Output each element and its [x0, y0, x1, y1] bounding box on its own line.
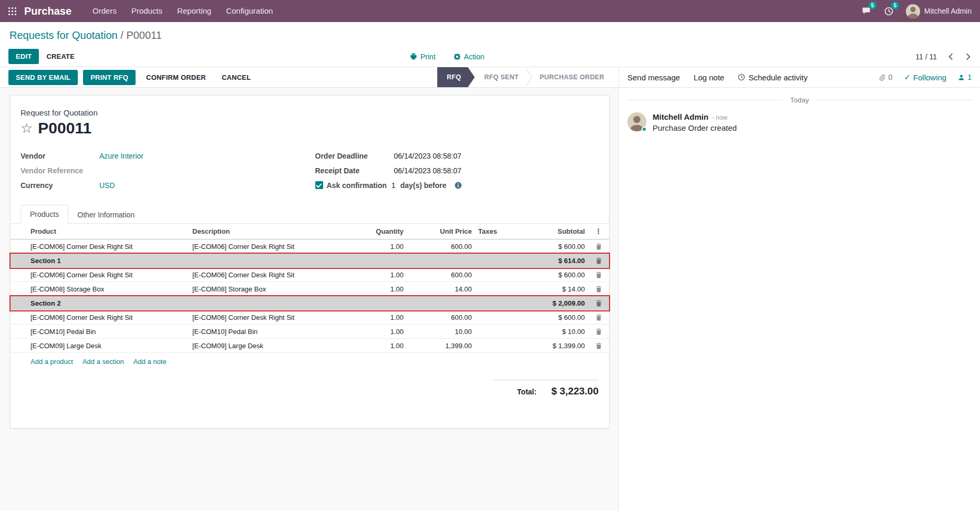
form-statusbar: SEND BY EMAIL PRINT RFQ CONFIRM ORDER CA… — [0, 67, 618, 88]
stage-rfq[interactable]: RFQ — [437, 67, 474, 87]
tab-products[interactable]: Products — [20, 205, 68, 224]
action-menu[interactable]: Action — [453, 53, 484, 61]
info-icon — [455, 182, 462, 189]
cell-description: [E-COM09] Large Desk — [189, 342, 359, 350]
tab-other-information[interactable]: Other Information — [68, 206, 143, 224]
table-row[interactable]: [E-COM06] Corner Desk Right Sit [E-COM06… — [11, 268, 609, 282]
edit-button[interactable]: EDIT — [8, 49, 39, 64]
pager-previous-icon[interactable] — [947, 52, 954, 61]
column-header-description[interactable]: Description — [189, 227, 359, 235]
breadcrumb-parent-link[interactable]: Requests for Quotation — [9, 29, 118, 41]
table-row[interactable]: [E-COM10] Pedal Bin [E-COM10] Pedal Bin … — [11, 325, 609, 339]
user-name: Mitchell Admin — [924, 7, 972, 15]
delete-row-icon[interactable] — [595, 300, 602, 307]
table-row[interactable]: [E-COM09] Large Desk [E-COM09] Large Des… — [11, 339, 609, 353]
cell-subtotal: $ 600.00 — [517, 243, 588, 251]
column-header-quantity[interactable]: Quantity — [359, 227, 407, 235]
top-navbar: Purchase Orders Products Reporting Confi… — [0, 0, 980, 22]
cell-product: [E-COM06] Corner Desk Right Sit — [11, 314, 189, 321]
messages-icon[interactable]: 5 — [861, 5, 872, 17]
schedule-activity-button[interactable]: Schedule activity — [738, 73, 808, 82]
order-lines-table: Product Description Quantity Unit Price … — [11, 224, 609, 370]
receipt-date-value: 06/14/2023 08:58:07 — [394, 166, 461, 175]
cell-subtotal: $ 1,399.00 — [517, 342, 588, 350]
app-name[interactable]: Purchase — [24, 5, 71, 17]
activities-badge: 5 — [891, 2, 899, 9]
ask-confirmation-suffix: day(s) before — [400, 181, 447, 190]
table-row[interactable]: [E-COM06] Corner Desk Right Sit [E-COM06… — [11, 239, 609, 254]
favorite-star-icon[interactable]: ☆ — [20, 121, 33, 135]
pager-next-icon[interactable] — [965, 52, 972, 61]
cell-quantity: 1.00 — [359, 243, 407, 251]
delete-row-icon[interactable] — [595, 257, 602, 264]
delete-row-icon[interactable] — [595, 342, 602, 349]
record-title: P00011 — [38, 119, 91, 137]
section-label: Section 2 — [11, 299, 517, 307]
column-header-unit-price[interactable]: Unit Price — [407, 227, 475, 235]
table-row[interactable]: [E-COM06] Corner Desk Right Sit [E-COM06… — [11, 310, 609, 325]
column-header-taxes[interactable]: Taxes — [475, 227, 517, 235]
confirm-order-button[interactable]: CONFIRM ORDER — [141, 70, 211, 85]
ask-confirmation-checkbox[interactable] — [315, 181, 323, 189]
table-row[interactable]: [E-COM08] Storage Box [E-COM08] Storage … — [11, 282, 609, 296]
follower-count: 1 — [967, 73, 972, 81]
activities-icon[interactable]: 5 — [883, 5, 894, 18]
cancel-button[interactable]: CANCEL — [216, 70, 256, 85]
stage-rfq-sent[interactable]: RFQ SENT — [477, 67, 526, 87]
user-menu[interactable]: Mitchell Admin — [906, 4, 972, 18]
stage-chevron-icon — [526, 67, 532, 87]
send-message-button[interactable]: Send message — [627, 73, 680, 82]
add-a-product-link[interactable]: Add a product — [30, 358, 73, 366]
pager-value[interactable]: 11 / 11 — [915, 53, 937, 61]
delete-row-icon[interactable] — [595, 272, 602, 278]
table-add-links: Add a product Add a section Add a note — [11, 353, 609, 370]
send-by-email-button[interactable]: SEND BY EMAIL — [8, 70, 78, 85]
currency-value-link[interactable]: USD — [99, 181, 115, 190]
chatter-panel: Send message Log note Schedule activity … — [618, 67, 980, 511]
cell-quantity: 1.00 — [359, 271, 407, 279]
stage-purchase-order[interactable]: PURCHASE ORDER — [532, 67, 612, 87]
nav-menu-reporting[interactable]: Reporting — [170, 0, 219, 22]
attachment-count: 0 — [888, 73, 892, 81]
apps-menu-icon[interactable] — [0, 0, 24, 22]
nav-menu-products[interactable]: Products — [124, 0, 170, 22]
cell-unit-price: 600.00 — [407, 243, 475, 251]
control-panel: EDIT CREATE Print Action 11 / 11 — [0, 46, 980, 67]
currency-label: Currency — [20, 181, 99, 190]
optional-columns-icon[interactable]: ⋮ — [588, 227, 609, 235]
create-button[interactable]: CREATE — [39, 49, 82, 64]
cell-quantity: 1.00 — [359, 328, 407, 336]
add-a-note-link[interactable]: Add a note — [133, 358, 167, 366]
table-section-row[interactable]: Section 1 $ 614.00 — [11, 254, 609, 268]
cell-description: [E-COM06] Corner Desk Right Sit — [189, 271, 359, 279]
table-section-row[interactable]: Section 2 $ 2,009.00 — [11, 296, 609, 310]
cell-quantity: 1.00 — [359, 285, 407, 293]
column-header-subtotal[interactable]: Subtotal — [517, 227, 588, 235]
delete-row-icon[interactable] — [595, 314, 602, 321]
order-deadline-label: Order Deadline — [315, 152, 394, 160]
add-a-section-link[interactable]: Add a section — [82, 358, 124, 366]
ask-confirmation-label: Ask confirmation — [327, 181, 387, 190]
followers-button[interactable]: 1 — [958, 73, 972, 81]
following-button[interactable]: ✓ Following — [904, 72, 946, 82]
print-label: Print — [420, 53, 436, 61]
clock-icon — [738, 74, 745, 81]
nav-menu-orders[interactable]: Orders — [85, 0, 124, 22]
delete-row-icon[interactable] — [595, 328, 602, 335]
vendor-value-link[interactable]: Azure Interior — [99, 152, 143, 160]
log-note-button[interactable]: Log note — [694, 73, 724, 82]
column-header-product[interactable]: Product — [11, 227, 189, 235]
gear-icon — [453, 53, 461, 60]
cell-quantity: 1.00 — [359, 342, 407, 350]
delete-row-icon[interactable] — [595, 243, 602, 250]
cell-product: [E-COM09] Large Desk — [11, 342, 189, 350]
document-type-label: Request for Quotation — [11, 108, 609, 117]
print-menu[interactable]: Print — [410, 53, 436, 61]
nav-menu-configuration[interactable]: Configuration — [219, 0, 280, 22]
section-subtotal: $ 2,009.00 — [517, 299, 588, 307]
cell-product: [E-COM06] Corner Desk Right Sit — [11, 243, 189, 251]
print-rfq-button[interactable]: PRINT RFQ — [83, 70, 136, 85]
message-author[interactable]: Mitchell Admin — [653, 112, 708, 121]
delete-row-icon[interactable] — [595, 286, 602, 293]
attachments-button[interactable]: 0 — [879, 73, 892, 81]
